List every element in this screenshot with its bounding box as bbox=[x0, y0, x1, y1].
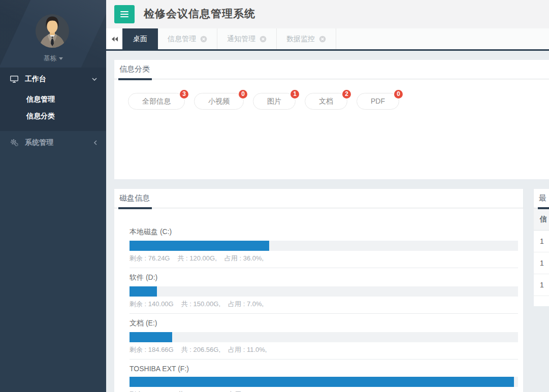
badge-count: 2 bbox=[341, 89, 352, 100]
disk-progress-track bbox=[130, 332, 518, 342]
disk-used-percent: 占用 : 99.0%, bbox=[228, 390, 267, 392]
panel-title: 信息分类 bbox=[119, 64, 150, 74]
sidebar-item-info-category[interactable]: 信息分类 bbox=[0, 108, 106, 124]
avatar bbox=[36, 14, 69, 48]
table-body: 111 bbox=[534, 231, 549, 296]
disk-entry-disk-f: TOSHIBA EXT (F:)剩余 : 20.45G共 : 1863.01G,… bbox=[130, 365, 518, 392]
pill-label: 小视频 bbox=[208, 97, 230, 105]
caret-down-icon bbox=[59, 54, 63, 61]
disk-total: 共 : 120.00G, bbox=[177, 254, 216, 263]
sidebar-item-workbench[interactable]: 工作台 bbox=[0, 68, 106, 91]
chevron-down-icon bbox=[92, 78, 97, 81]
badge-count: 1 bbox=[289, 89, 300, 100]
pill-label: PDF bbox=[371, 97, 385, 105]
disk-used-percent: 占用 : 11.0%, bbox=[228, 345, 267, 354]
tab-label: 通知管理 bbox=[227, 35, 255, 44]
panel-info-category: 信息分类 全部信息3小视频0图片1文档2PDF0 bbox=[114, 60, 549, 179]
tab-label: 信息管理 bbox=[168, 35, 196, 44]
active-tab-indicator bbox=[118, 78, 152, 80]
panel-header: 信息分类 bbox=[114, 60, 549, 79]
badge-count: 0 bbox=[238, 89, 248, 100]
rewind-icon bbox=[111, 36, 118, 42]
hamburger-icon bbox=[120, 11, 128, 12]
panel-header: 磁盘信息 bbox=[114, 189, 523, 208]
disk-entry-disk-e: 文档 (E:)剩余 : 184.66G共 : 206.56G,占用 : 11.0… bbox=[130, 319, 518, 360]
disk-progress-fill bbox=[130, 332, 172, 342]
panel-title: 最 bbox=[539, 193, 546, 203]
disk-remaining: 剩余 : 76.24G bbox=[130, 254, 170, 263]
sidebar-toggle-button[interactable] bbox=[114, 5, 135, 23]
table-row[interactable]: 1 bbox=[534, 274, 549, 296]
disk-total: 共 : 206.56G, bbox=[181, 345, 220, 354]
panel-header: 最 bbox=[534, 189, 549, 208]
category-pill-image[interactable]: 图片1 bbox=[253, 93, 296, 110]
close-icon[interactable] bbox=[319, 36, 326, 43]
pill-label: 图片 bbox=[267, 97, 281, 105]
disk-used-percent: 占用 : 7.0%, bbox=[228, 300, 264, 309]
disk-label: 文档 (E:) bbox=[130, 319, 518, 328]
divider bbox=[130, 359, 518, 360]
category-pill-pdf[interactable]: PDF0 bbox=[357, 93, 399, 110]
disk-progress-track bbox=[130, 286, 518, 297]
sidebar-nav: 工作台 信息管理 信息分类 系统管理 bbox=[0, 68, 106, 154]
username-dropdown[interactable]: 基栋 bbox=[0, 54, 106, 63]
tab-data-monitoring[interactable]: 数据监控 bbox=[277, 28, 336, 49]
divider bbox=[130, 313, 518, 314]
profile-section: 基栋 bbox=[0, 0, 106, 68]
disk-remaining: 剩余 : 20.45G bbox=[130, 390, 170, 392]
disk-list: 本地磁盘 (C:)剩余 : 76.24G共 : 120.00G,占用 : 36.… bbox=[114, 208, 523, 392]
disk-entry-disk-d: 软件 (D:)剩余 : 140.00G共 : 150.00G,占用 : 7.0%… bbox=[130, 273, 518, 314]
nav-group-workbench: 工作台 信息管理 信息分类 bbox=[0, 68, 106, 131]
category-pill-short-video[interactable]: 小视频0 bbox=[194, 93, 244, 110]
top-header: 检修会议信息管理系统 bbox=[106, 0, 549, 28]
tabs-rewind-button[interactable] bbox=[106, 28, 122, 49]
disk-total: 共 : 150.00G, bbox=[181, 300, 220, 309]
disk-remaining: 剩余 : 140.00G bbox=[130, 300, 174, 309]
panel-title: 磁盘信息 bbox=[119, 193, 150, 203]
avatar-illustration bbox=[36, 14, 69, 48]
tab-notification-management[interactable]: 通知管理 bbox=[217, 28, 277, 49]
chevron-left-icon bbox=[94, 140, 97, 145]
disk-entry-disk-c: 本地磁盘 (C:)剩余 : 76.24G共 : 120.00G,占用 : 36.… bbox=[130, 227, 518, 268]
disk-remaining: 剩余 : 184.66G bbox=[130, 345, 174, 354]
panel-disk-info: 磁盘信息 本地磁盘 (C:)剩余 : 76.24G共 : 120.00G,占用 … bbox=[114, 189, 523, 392]
disk-progress-fill bbox=[130, 241, 269, 251]
table-header: 信 bbox=[534, 208, 549, 231]
sidebar-item-info-management[interactable]: 信息管理 bbox=[0, 91, 106, 108]
disk-label: 本地磁盘 (C:) bbox=[130, 227, 518, 237]
sidebar: 基栋 工作台 信息管理 信息分类 bbox=[0, 0, 106, 392]
disk-progress-fill bbox=[130, 377, 514, 387]
pill-label: 全部信息 bbox=[142, 97, 171, 105]
tab-bar: 桌面信息管理通知管理数据监控 bbox=[106, 28, 549, 51]
disk-stats: 剩余 : 140.00G共 : 150.00G,占用 : 7.0%, bbox=[130, 300, 518, 309]
disk-stats: 剩余 : 184.66G共 : 206.56G,占用 : 11.0%, bbox=[130, 345, 518, 354]
disk-total: 共 : 1863.01G, bbox=[177, 390, 220, 392]
monitor-icon bbox=[10, 76, 19, 83]
table-row[interactable]: 1 bbox=[534, 252, 549, 274]
username-text: 基栋 bbox=[44, 54, 57, 62]
app-window: 基栋 工作台 信息管理 信息分类 bbox=[0, 0, 549, 392]
sidebar-item-label: 系统管理 bbox=[25, 138, 53, 147]
disk-progress-fill bbox=[130, 286, 157, 297]
tab-desktop[interactable]: 桌面 bbox=[122, 28, 158, 49]
panel-latest-info: 最 信 111 bbox=[534, 189, 549, 306]
category-pill-all-info[interactable]: 全部信息3 bbox=[128, 93, 185, 110]
active-tab-indicator bbox=[538, 207, 549, 209]
active-tab-indicator bbox=[118, 207, 152, 209]
disk-stats: 剩余 : 20.45G共 : 1863.01G,占用 : 99.0%, bbox=[130, 390, 518, 392]
tabs-container: 桌面信息管理通知管理数据监控 bbox=[122, 28, 336, 49]
disk-stats: 剩余 : 76.24G共 : 120.00G,占用 : 36.0%, bbox=[130, 254, 518, 263]
pill-label: 文档 bbox=[319, 97, 333, 105]
close-icon[interactable] bbox=[260, 36, 267, 43]
table-row[interactable]: 1 bbox=[534, 231, 549, 252]
disk-used-percent: 占用 : 36.0%, bbox=[224, 254, 264, 263]
divider bbox=[130, 268, 518, 268]
disk-progress-track bbox=[130, 377, 518, 387]
sidebar-item-system-management[interactable]: 系统管理 bbox=[0, 131, 106, 154]
badge-count: 0 bbox=[393, 89, 404, 100]
tab-info-management[interactable]: 信息管理 bbox=[158, 28, 217, 49]
category-pill-document[interactable]: 文档2 bbox=[305, 93, 347, 110]
category-buttons: 全部信息3小视频0图片1文档2PDF0 bbox=[114, 79, 549, 110]
close-icon[interactable] bbox=[200, 36, 207, 43]
badge-count: 3 bbox=[179, 89, 189, 100]
